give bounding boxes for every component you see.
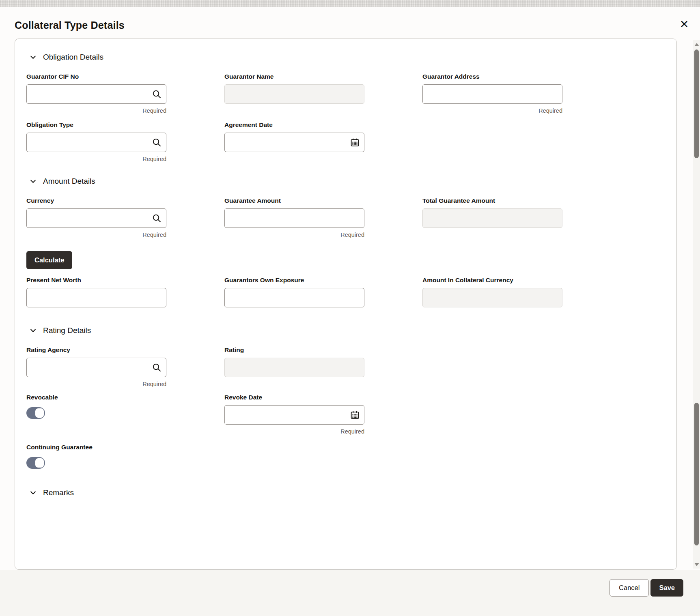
hint-spacer <box>422 232 562 239</box>
amount-in-collateral-currency-input <box>422 288 562 307</box>
scrollbar-thumb-bottom[interactable] <box>694 403 699 545</box>
field-label: Present Net Worth <box>26 277 166 284</box>
scrollbar-thumb-top[interactable] <box>694 49 699 158</box>
calendar-icon[interactable] <box>349 137 360 148</box>
field-label: Guarantors Own Exposure <box>224 277 364 284</box>
calendar-icon[interactable] <box>349 410 360 420</box>
field-guarantor-address: Guarantor Address Required <box>422 73 562 115</box>
continuing-guarantee-toggle[interactable] <box>26 457 45 469</box>
required-hint: Required <box>26 232 166 239</box>
field-guarantee-amount: Guarantee Amount Required <box>224 197 364 239</box>
rating-agency-input[interactable] <box>26 358 166 377</box>
section-remarks[interactable]: Remarks <box>30 487 665 499</box>
present-net-worth-input[interactable] <box>26 288 166 307</box>
currency-input[interactable] <box>26 208 166 228</box>
field-agreement-date: Agreement Date <box>224 121 364 163</box>
field-obligation-type: Obligation Type Required <box>26 121 166 163</box>
field-label: Rating Agency <box>26 346 166 354</box>
field-rating: Rating <box>224 346 364 388</box>
field-label: Obligation Type <box>26 121 166 129</box>
section-title: Remarks <box>43 488 74 497</box>
field-label: Amount In Collateral Currency <box>422 277 562 284</box>
agreement-date-input[interactable] <box>224 133 364 152</box>
required-hint: Required <box>26 381 166 388</box>
field-rating-agency: Rating Agency Required <box>26 346 166 388</box>
section-title: Obligation Details <box>43 53 103 62</box>
search-icon[interactable] <box>151 137 162 148</box>
field-label: Guarantee Amount <box>224 197 364 204</box>
dialog-title: Collateral Type Details <box>15 19 125 31</box>
guarantor-cif-no-input[interactable] <box>26 84 166 104</box>
chevron-down-icon[interactable] <box>30 489 37 496</box>
total-guarantee-amount-input <box>422 208 562 228</box>
obligation-row-2: Obligation Type Required Agreement Date <box>26 121 665 163</box>
field-label: Guarantor Address <box>422 73 562 80</box>
field-revocable: Revocable <box>26 394 166 419</box>
field-label: Currency <box>26 197 166 204</box>
section-rating-details[interactable]: Rating Details <box>30 324 665 337</box>
field-present-net-worth: Present Net Worth <box>26 277 166 307</box>
field-label: Guarantor Name <box>224 73 364 80</box>
rating-row-3: Continuing Guarantee <box>26 444 665 469</box>
toggle-knob <box>35 408 44 418</box>
obligation-type-input[interactable] <box>26 133 166 152</box>
field-amount-in-collateral-currency: Amount In Collateral Currency <box>422 277 562 307</box>
field-guarantor-cif-no: Guarantor CIF No Required <box>26 73 166 115</box>
field-currency: Currency Required <box>26 197 166 239</box>
required-hint: Required <box>224 232 364 239</box>
hint-spacer <box>224 381 364 388</box>
save-button[interactable]: Save <box>650 579 683 597</box>
required-hint: Required <box>224 428 364 436</box>
section-title: Amount Details <box>43 177 95 186</box>
collateral-form-panel: Obligation Details Guarantor CIF No Requ… <box>15 39 677 570</box>
scroll-down-arrow-icon[interactable] <box>694 563 699 566</box>
chevron-down-icon[interactable] <box>30 54 37 61</box>
field-label: Guarantor CIF No <box>26 73 166 80</box>
guarantee-amount-input[interactable] <box>224 208 364 228</box>
field-guarantors-own-exposure: Guarantors Own Exposure <box>224 277 364 307</box>
rating-row-1: Rating Agency Required Rating <box>26 346 665 388</box>
amount-row-1: Currency Required Guarantee Amount Requi… <box>26 197 665 239</box>
field-label: Rating <box>224 346 364 354</box>
revoke-date-input[interactable] <box>224 405 364 425</box>
field-label: Agreement Date <box>224 121 364 129</box>
chevron-down-icon[interactable] <box>30 327 37 334</box>
required-hint: Required <box>26 107 166 115</box>
amount-row-2: Present Net Worth Guarantors Own Exposur… <box>26 277 665 307</box>
obligation-row-1: Guarantor CIF No Required Guarantor Name… <box>26 73 665 115</box>
field-label: Continuing Guarantee <box>26 444 166 451</box>
hint-spacer <box>224 156 364 163</box>
field-label: Revoke Date <box>224 394 364 401</box>
guarantor-address-input[interactable] <box>422 84 562 104</box>
section-obligation-details[interactable]: Obligation Details <box>30 51 665 63</box>
required-hint: Required <box>26 156 166 163</box>
field-guarantor-name: Guarantor Name <box>224 73 364 115</box>
section-amount-details[interactable]: Amount Details <box>30 175 665 187</box>
guarantor-name-input <box>224 84 364 104</box>
rating-row-2: Revocable Revoke Date <box>26 394 665 436</box>
background-page-texture <box>0 0 700 7</box>
chevron-down-icon[interactable] <box>30 178 37 185</box>
search-icon[interactable] <box>151 89 162 99</box>
dialog-header: Collateral Type Details ✕ <box>0 7 700 39</box>
field-total-guarantee-amount: Total Guarantee Amount <box>422 197 562 239</box>
calculate-button[interactable]: Calculate <box>26 251 72 269</box>
required-hint: Required <box>422 107 562 115</box>
field-continuing-guarantee: Continuing Guarantee <box>26 444 166 469</box>
cancel-button[interactable]: Cancel <box>610 579 649 597</box>
search-icon[interactable] <box>151 362 162 373</box>
toggle-knob <box>35 458 44 468</box>
close-icon[interactable]: ✕ <box>677 17 691 32</box>
field-label: Total Guarantee Amount <box>422 197 562 204</box>
field-revoke-date: Revoke Date Required <box>224 394 364 436</box>
rating-input <box>224 358 364 377</box>
hint-spacer <box>224 107 364 115</box>
guarantors-own-exposure-input[interactable] <box>224 288 364 307</box>
scroll-up-arrow-icon[interactable] <box>694 43 699 46</box>
scrollbar-track[interactable] <box>693 40 700 569</box>
dialog-footer: Cancel Save <box>0 570 700 616</box>
revocable-toggle[interactable] <box>26 407 45 419</box>
field-label: Revocable <box>26 394 166 401</box>
search-icon[interactable] <box>151 213 162 223</box>
section-title: Rating Details <box>43 326 91 335</box>
